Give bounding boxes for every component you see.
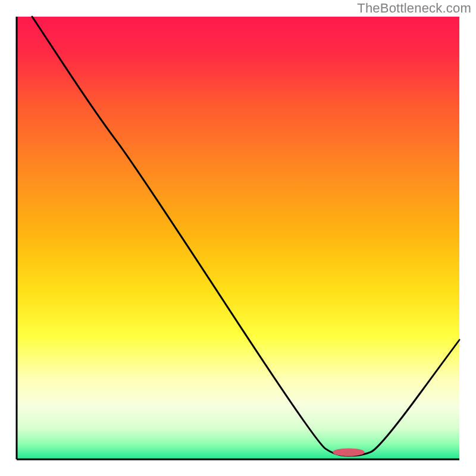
optimal-marker [333,448,365,456]
gradient-background [17,17,459,459]
chart-svg [0,0,476,476]
bottleneck-chart: TheBottleneck.com [0,0,476,476]
watermark-text: TheBottleneck.com [357,1,471,16]
